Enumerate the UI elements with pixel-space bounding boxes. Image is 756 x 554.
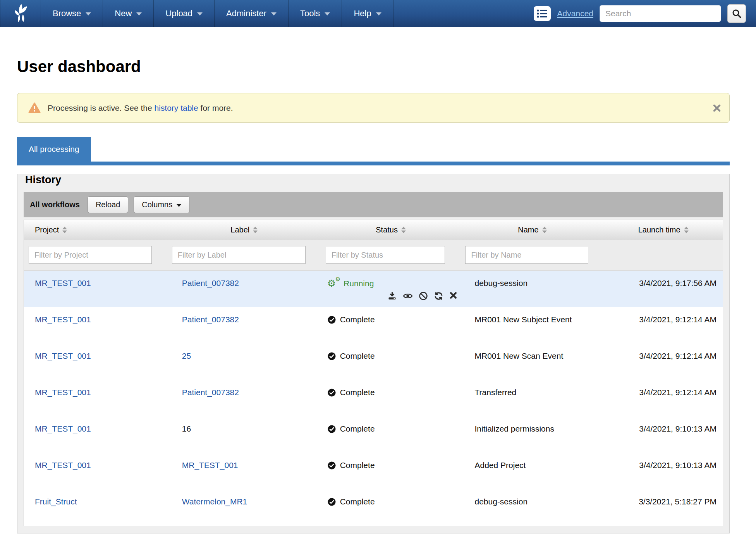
nav-menu-label: Browse [53, 9, 81, 19]
workflow-name: debug-session [460, 497, 604, 506]
reload-button[interactable]: Reload [88, 196, 128, 213]
close-icon[interactable] [713, 104, 721, 112]
complete-check-icon [327, 461, 336, 470]
filter-row [24, 240, 723, 271]
status-line: ⚙⚙ Complete [327, 315, 461, 324]
filter-status-input[interactable] [326, 246, 445, 264]
status-line: ⚙⚙ Complete [327, 461, 461, 470]
launch-time: 3/3/2021, 5:18:27 PM [604, 497, 723, 506]
label-cell: Watermelon_MR1 [167, 497, 321, 506]
advanced-search-link[interactable]: Advanced [557, 9, 593, 18]
table-row[interactable]: MR_TEST_001 25 ⚙⚙ Complete [24, 344, 723, 380]
project-cell: MR_TEST_001 [24, 279, 167, 288]
project-link[interactable]: MR_TEST_001 [35, 351, 91, 360]
column-header-name[interactable]: Name [460, 220, 604, 240]
label-link[interactable]: Patient_007382 [182, 315, 239, 324]
filter-project-input[interactable] [29, 246, 152, 264]
search-icon [732, 9, 742, 19]
label-cell: 16 [167, 424, 321, 434]
history-table: Project Label Status Name Launch time [24, 220, 723, 526]
workflow-name: Added Project [460, 461, 604, 470]
nav-menu-new[interactable]: New [103, 0, 154, 27]
workflow-name: MR001 New Scan Event [460, 351, 604, 361]
launch-time: 3/4/2021, 9:17:56 AM [604, 279, 723, 288]
status-text: Running [344, 279, 374, 288]
tab-bar: All processing [17, 137, 730, 162]
project-cell: MR_TEST_001 [24, 351, 167, 361]
launch-time: 3/4/2021, 9:10:13 AM [604, 461, 723, 470]
status-line: ⚙⚙ Complete [327, 497, 461, 506]
project-link[interactable]: MR_TEST_001 [35, 424, 91, 433]
workflow-scope-label: All workflows [30, 200, 80, 209]
column-header-launch-time[interactable]: Launch time [604, 220, 723, 240]
chevron-down-icon [376, 12, 381, 15]
nav-menu-administer[interactable]: Administer [215, 0, 289, 27]
launch-time: 3/4/2021, 9:12:14 AM [604, 315, 723, 324]
refresh-icon[interactable] [434, 291, 443, 301]
nav-menu-label: Help [354, 9, 371, 19]
label-cell: MR_TEST_001 [167, 461, 321, 470]
chevron-down-icon [325, 12, 330, 15]
table-row[interactable]: Fruit_Struct Watermelon_MR1 ⚙⚙ Complete [24, 489, 723, 526]
nav-menu-browse[interactable]: Browse [41, 0, 103, 27]
status-cell: ⚙⚙ Complete [321, 424, 461, 434]
table-body: MR_TEST_001 Patient_007382 ⚙⚙ Running [24, 271, 723, 526]
complete-check-icon [327, 497, 336, 506]
app-logo[interactable] [0, 0, 41, 27]
close-icon[interactable] [449, 291, 457, 301]
sort-icon [401, 227, 406, 233]
table-header-row: Project Label Status Name Launch time [24, 220, 723, 240]
nav-menu-help[interactable]: Help [342, 0, 393, 27]
project-link[interactable]: MR_TEST_001 [35, 461, 91, 470]
filter-name-input[interactable] [465, 246, 588, 264]
table-row[interactable]: MR_TEST_001 Patient_007382 ⚙⚙ Complete [24, 307, 723, 344]
project-link[interactable]: MR_TEST_001 [35, 279, 91, 287]
status-cell: ⚙⚙ Complete [321, 388, 461, 397]
workflow-name: MR001 New Subject Event [460, 315, 604, 324]
column-header-label[interactable]: Label [167, 220, 321, 240]
status-cell: ⚙⚙ Complete [321, 497, 461, 506]
label-link[interactable]: 25 [182, 351, 191, 360]
processing-alert: Processing is active. See the history ta… [17, 93, 730, 123]
chevron-down-icon [86, 12, 91, 15]
nav-menu-upload[interactable]: Upload [154, 0, 215, 27]
project-link[interactable]: Fruit_Struct [35, 497, 77, 506]
processing-panel: History All workflows Reload Columns Pro… [17, 174, 730, 533]
label-cell: 25 [167, 351, 321, 361]
search-button[interactable] [727, 4, 746, 23]
sort-icon [62, 227, 67, 233]
table-row[interactable]: MR_TEST_001 Patient_007382 ⚙⚙ Running [24, 271, 723, 307]
label-link[interactable]: MR_TEST_001 [182, 461, 238, 470]
history-toolbar: All workflows Reload Columns [24, 192, 723, 217]
status-line: ⚙⚙ Complete [327, 351, 461, 361]
chevron-down-icon [197, 12, 203, 15]
nav-menu-tools[interactable]: Tools [289, 0, 342, 27]
tab-all-processing[interactable]: All processing [17, 137, 91, 162]
project-link[interactable]: MR_TEST_001 [35, 315, 91, 324]
label-link[interactable]: Patient_007382 [182, 279, 239, 287]
view-icon[interactable] [403, 291, 413, 301]
status-text: Complete [340, 424, 375, 434]
status-line: ⚙⚙ Complete [327, 388, 461, 397]
columns-button[interactable]: Columns [134, 196, 190, 213]
chevron-down-icon [136, 12, 142, 15]
table-row[interactable]: MR_TEST_001 Patient_007382 ⚙⚙ Complete [24, 380, 723, 416]
nav-spacer [393, 0, 533, 27]
column-header-status[interactable]: Status [321, 220, 461, 240]
nav-menu-label: Administer [226, 9, 266, 19]
column-header-project[interactable]: Project [24, 220, 167, 240]
status-cell: ⚙⚙ Complete [321, 461, 461, 470]
status-text: Complete [340, 461, 375, 470]
project-link[interactable]: MR_TEST_001 [35, 388, 91, 397]
history-table-link[interactable]: history table [154, 103, 198, 112]
label-link[interactable]: Patient_007382 [182, 388, 239, 397]
ban-icon[interactable] [419, 291, 428, 301]
label-link[interactable]: Watermelon_MR1 [182, 497, 247, 506]
filter-label-input[interactable] [172, 246, 306, 264]
download-icon[interactable] [387, 291, 397, 301]
table-row[interactable]: MR_TEST_001 16 ⚙⚙ Complete [24, 416, 723, 453]
table-row[interactable]: MR_TEST_001 MR_TEST_001 ⚙⚙ Complete [24, 453, 723, 489]
search-input[interactable] [600, 5, 721, 22]
advanced-search-icon[interactable] [533, 6, 551, 21]
columns-button-label: Columns [142, 200, 172, 209]
